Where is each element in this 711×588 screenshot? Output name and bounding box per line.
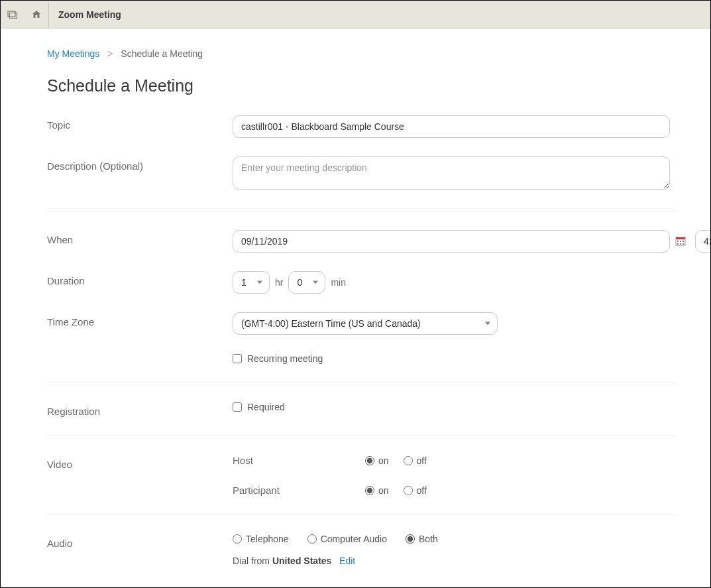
svg-rect-0 <box>8 11 15 17</box>
registration-required-row[interactable]: Required <box>233 402 677 412</box>
recurring-label: Recurring meeting <box>247 353 323 364</box>
svg-rect-1 <box>10 13 17 18</box>
video-host-off[interactable]: off <box>404 455 427 466</box>
description-textarea[interactable] <box>233 156 670 190</box>
video-host-label: Host <box>233 455 365 466</box>
audio-both-radio[interactable] <box>406 534 415 544</box>
audio-telephone-radio[interactable] <box>233 534 242 544</box>
recurring-checkbox[interactable] <box>233 354 242 363</box>
topbar: Zoom Meeting <box>1 1 710 29</box>
audio-label: Audio <box>47 534 233 549</box>
audio-telephone[interactable]: Telephone <box>233 534 289 544</box>
svg-rect-5 <box>680 241 681 242</box>
recurring-checkbox-row[interactable]: Recurring meeting <box>233 353 677 364</box>
svg-rect-6 <box>683 241 684 242</box>
timezone-label: Time Zone <box>47 312 233 327</box>
video-participant-off[interactable]: off <box>404 485 427 496</box>
timezone-value: (GMT-4:00) Eastern Time (US and Canada) <box>241 318 421 329</box>
breadcrumb-separator: > <box>107 48 113 59</box>
topic-input[interactable] <box>233 115 670 138</box>
video-participant-label: Participant <box>233 485 365 496</box>
registration-required-label: Required <box>247 402 285 412</box>
svg-rect-3 <box>676 237 685 239</box>
video-host-on-radio[interactable] <box>365 456 374 465</box>
dial-from-country: United States <box>272 556 331 566</box>
description-label: Description (Optional) <box>47 156 233 172</box>
date-input[interactable] <box>233 230 670 253</box>
min-label: min <box>331 277 346 288</box>
svg-rect-7 <box>677 243 679 245</box>
audio-computer[interactable]: Computer Audio <box>307 534 387 544</box>
audio-both[interactable]: Both <box>406 534 438 544</box>
svg-rect-9 <box>683 243 684 245</box>
when-label: When <box>47 230 233 245</box>
topbar-title: Zoom Meeting <box>49 1 131 28</box>
duration-min-select[interactable]: 0 <box>288 271 325 294</box>
video-host-on[interactable]: on <box>365 455 389 466</box>
audio-computer-radio[interactable] <box>307 534 317 544</box>
duration-hr-value: 1 <box>241 277 246 288</box>
dial-from-line: Dial from United States Edit <box>233 556 677 566</box>
dial-from-edit-link[interactable]: Edit <box>339 556 355 566</box>
duration-hr-select[interactable]: 1 <box>233 271 270 294</box>
topic-label: Topic <box>47 115 233 131</box>
breadcrumb-parent-link[interactable]: My Meetings <box>47 48 99 59</box>
duration-min-value: 0 <box>297 277 302 288</box>
breadcrumb: My Meetings > Schedule a Meeting <box>47 48 677 59</box>
home-icon[interactable] <box>25 1 48 28</box>
dial-from-prefix: Dial from <box>233 556 270 566</box>
video-host-off-radio[interactable] <box>404 456 413 465</box>
video-participant-on[interactable]: on <box>365 485 389 496</box>
breadcrumb-current: Schedule a Meeting <box>121 48 203 59</box>
timezone-select[interactable]: (GMT-4:00) Eastern Time (US and Canada) <box>233 312 498 335</box>
duration-label: Duration <box>47 271 233 286</box>
registration-label: Registration <box>47 402 233 417</box>
svg-rect-8 <box>680 243 681 245</box>
registration-required-checkbox[interactable] <box>233 402 242 412</box>
video-label: Video <box>47 455 233 470</box>
time-value: 4:00 <box>704 236 711 247</box>
time-select[interactable]: 4:00 <box>695 230 711 253</box>
video-participant-on-radio[interactable] <box>365 486 374 495</box>
svg-rect-4 <box>677 241 679 242</box>
calendar-icon[interactable] <box>675 236 686 247</box>
hr-label: hr <box>275 277 283 288</box>
page-title: Schedule a Meeting <box>47 76 677 95</box>
window-icon[interactable] <box>1 1 25 28</box>
video-participant-off-radio[interactable] <box>404 486 413 495</box>
